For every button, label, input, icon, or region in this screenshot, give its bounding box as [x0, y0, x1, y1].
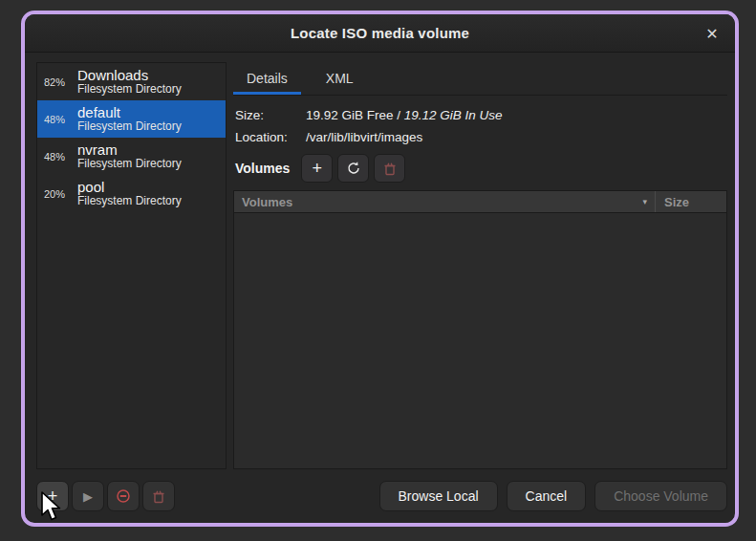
delete-pool-button[interactable] [142, 481, 175, 511]
location-label: Location: [235, 130, 306, 144]
pool-details-panel: Details XML Size: 19.92 GiB Free / 19.12… [233, 62, 727, 469]
refresh-volumes-button[interactable] [337, 154, 369, 183]
start-pool-button[interactable]: ▶ [72, 481, 104, 511]
location-value: /var/lib/libvirt/images [306, 130, 422, 144]
volumes-label: Volumes [235, 161, 290, 176]
dialog-content: 82% Downloads Filesystem Directory 48% d… [25, 53, 735, 475]
pool-usage-percent: 48% [44, 151, 70, 162]
pool-usage-percent: 20% [44, 188, 70, 200]
volumes-table: Volumes ▾ Size [233, 190, 727, 469]
trash-icon [152, 489, 165, 504]
column-header-size[interactable]: Size [656, 191, 726, 212]
browse-local-button[interactable]: Browse Local [379, 481, 498, 511]
pool-usage-percent: 48% [44, 114, 70, 125]
pool-row-default[interactable]: 48% default Filesystem Directory [37, 100, 226, 138]
storage-pool-list: 82% Downloads Filesystem Directory 48% d… [36, 62, 227, 469]
tab-details[interactable]: Details [233, 62, 301, 95]
pool-name: Downloads [77, 67, 182, 83]
delete-volume-button[interactable] [374, 154, 405, 183]
pool-type: Filesystem Directory [77, 158, 182, 171]
choose-volume-button: Choose Volume [594, 481, 727, 511]
pool-type: Filesystem Directory [77, 120, 182, 134]
volumes-table-header: Volumes ▾ Size [234, 191, 726, 213]
pool-row-pool[interactable]: 20% pool Filesystem Directory [37, 175, 226, 212]
pool-name: nvram [77, 141, 182, 158]
pool-name: default [77, 104, 182, 120]
trash-icon [383, 162, 397, 176]
pool-row-nvram[interactable]: 48% nvram Filesystem Directory [37, 138, 226, 175]
plus-icon: + [313, 160, 323, 177]
size-in-use: 19.12 GiB In Use [404, 108, 503, 122]
tab-xml[interactable]: XML [313, 62, 367, 95]
sort-descending-icon[interactable]: ▾ [642, 197, 647, 206]
add-volume-button[interactable]: + [301, 154, 333, 183]
refresh-icon [346, 161, 361, 176]
mouse-cursor [40, 491, 67, 524]
column-header-volumes[interactable]: Volumes ▾ [234, 191, 656, 212]
pool-type: Filesystem Directory [77, 83, 182, 97]
pool-info: Size: 19.92 GiB Free / 19.12 GiB In Use … [233, 96, 727, 150]
pool-name: pool [77, 179, 182, 195]
pool-row-downloads[interactable]: 82% Downloads Filesystem Directory [37, 63, 226, 100]
volumes-toolbar: Volumes + [235, 154, 727, 183]
pool-usage-percent: 82% [44, 76, 70, 88]
titlebar: Locate ISO media volume ✕ [25, 14, 735, 53]
pool-type: Filesystem Directory [77, 195, 182, 208]
cancel-button[interactable]: Cancel [507, 481, 587, 511]
stop-icon [116, 488, 131, 504]
footer-actions: + ▶ Browse Local Cancel Choose Volume [25, 475, 735, 523]
size-label: Size: [235, 108, 306, 122]
dialog-title: Locate ISO media volume [291, 25, 469, 41]
details-tabbar: Details XML [233, 62, 727, 96]
stop-pool-button[interactable] [107, 481, 140, 511]
size-value: 19.92 GiB Free / 19.12 GiB In Use [306, 108, 503, 122]
close-icon[interactable]: ✕ [701, 22, 724, 45]
locate-iso-dialog: Locate ISO media volume ✕ 82% Downloads … [21, 11, 739, 527]
play-icon: ▶ [83, 489, 93, 504]
volumes-table-body[interactable] [234, 213, 726, 468]
